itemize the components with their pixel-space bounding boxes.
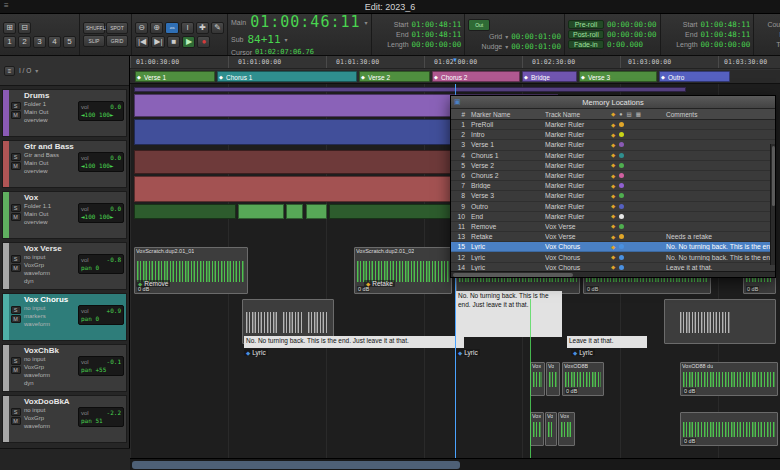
track-io-selector[interactable]: Folder 1 — [24, 100, 76, 108]
mode-slip-button[interactable]: SLIP — [83, 35, 105, 47]
pencil-tool-icon[interactable]: ✎ — [211, 22, 224, 34]
bass-region[interactable] — [134, 150, 454, 174]
solo-button[interactable]: S — [11, 357, 21, 365]
transport-start-value[interactable]: 01:00:48:11 — [701, 20, 751, 29]
track-fader-display[interactable]: vol-0.8 pan 0 — [78, 254, 124, 274]
memory-location-row[interactable]: 15 Lyric Vox Chorus ◆ No. No turning bac… — [451, 242, 775, 252]
memory-location-row[interactable]: 4 Chorus 1 Marker Ruler ◆ — [451, 151, 775, 161]
track-output-selector[interactable]: VoxGrp — [24, 414, 76, 422]
pan-value[interactable]: pan 0 — [81, 264, 99, 272]
pan-value[interactable]: ◄100 100► — [81, 162, 114, 170]
io-caret-icon[interactable]: ▾ — [35, 67, 38, 74]
zoom-preset-4[interactable]: 4 — [48, 36, 61, 48]
track-automation-selector[interactable]: dyn — [24, 379, 76, 387]
memory-locations-window[interactable]: ▣ Memory Locations # Marker Name Track N… — [450, 95, 776, 278]
track-automation-selector[interactable]: dyn — [24, 277, 76, 285]
sel-start-value[interactable]: 01:00:48:11 — [412, 20, 462, 29]
preroll-value[interactable]: 00:00:00:00 — [607, 20, 657, 29]
main-counter[interactable]: 01:00:46:11 — [250, 13, 360, 31]
track-view-selector[interactable]: overview — [24, 116, 76, 124]
drums-sub-region[interactable] — [134, 119, 454, 145]
solo-button[interactable]: S — [11, 255, 21, 263]
memory-locations-titlebar[interactable]: ▣ Memory Locations — [451, 96, 775, 109]
mute-button[interactable]: M — [11, 213, 21, 221]
track-io-selector[interactable]: no input — [24, 304, 76, 312]
solo-button[interactable]: S — [11, 102, 21, 110]
marker-segment-verse2[interactable]: Verse 2 — [359, 71, 430, 82]
audio-clip[interactable] — [664, 299, 776, 344]
track-fader-display[interactable]: vol0.0 ◄100 100► — [78, 203, 124, 223]
memory-location-row[interactable]: 7 Bridge Marker Ruler ◆ — [451, 181, 775, 191]
main-counter-caret-icon[interactable]: ▾ — [365, 19, 368, 26]
drums-overview-strip[interactable] — [134, 87, 686, 92]
marker-segment-chorus2[interactable]: Chorus 2 — [432, 71, 520, 82]
track-fader-display[interactable]: vol-2.2 pan 51 — [78, 407, 124, 427]
audio-clip[interactable]: Vo — [546, 362, 560, 396]
column-grid-icon[interactable]: ▦ — [636, 111, 641, 117]
zoom-out-icon[interactable]: ⊖ — [135, 22, 148, 34]
column-marker-icon[interactable]: ◆ — [611, 111, 615, 117]
marker-lyric[interactable]: ◆Lyric — [571, 349, 595, 356]
audio-clip[interactable]: 0 dB — [680, 412, 778, 446]
mode-shuffle-button[interactable]: SHUFFLE — [83, 22, 105, 34]
mute-button[interactable]: M — [11, 111, 21, 119]
vol-value[interactable]: -2.2 — [107, 409, 121, 417]
mode-grid-button[interactable]: GRID — [106, 35, 128, 47]
track-view-selector[interactable]: waveform — [24, 269, 76, 277]
track-output-selector[interactable]: Main Out — [24, 108, 76, 116]
grid-caret-icon[interactable]: ▾ — [505, 33, 508, 40]
track-output-selector[interactable]: VoxGrp — [24, 261, 76, 269]
column-number[interactable]: # — [451, 111, 467, 118]
track-view-selector[interactable]: overview — [24, 218, 76, 226]
vox-overview-region[interactable] — [286, 204, 303, 219]
memory-location-row[interactable]: 8 Verse 3 Marker Ruler ◆ — [451, 191, 775, 201]
track-name[interactable]: Drums — [24, 91, 76, 100]
vol-value[interactable]: 0.0 — [110, 205, 121, 213]
mute-button[interactable]: M — [11, 315, 21, 323]
track-output-selector[interactable]: Main Out — [24, 159, 76, 167]
smart-tool-trim-icon[interactable]: ⇔ — [165, 22, 179, 34]
vol-value[interactable]: -0.1 — [107, 358, 121, 366]
timeline-horizontal-scrollbar[interactable] — [130, 458, 780, 470]
solo-button[interactable]: S — [11, 408, 21, 416]
lyric-comment-box[interactable]: No. No turning back. This is the end. Ju… — [456, 291, 562, 337]
playhead-marker-icon[interactable]: ▼ — [452, 57, 458, 63]
track-fader-display[interactable]: vol-0.1 pan +55 — [78, 356, 124, 376]
fadein-button[interactable]: Fade-in — [568, 40, 604, 49]
memory-location-row[interactable]: 12 Lyric Vox Chorus ◆ No. No turning bac… — [451, 252, 775, 262]
track-header[interactable]: S M Vox Folder 1.1 Main Out overview vol… — [2, 191, 127, 239]
memloc-horizontal-scrollbar[interactable] — [451, 271, 775, 277]
stop-button[interactable]: ■ — [167, 36, 180, 48]
track-header[interactable]: S M Gtr and Bass Gtr and Bass Main Out o… — [2, 140, 127, 188]
memory-location-row[interactable]: 3 Verse 1 Marker Ruler ◆ — [451, 140, 775, 150]
marker-segment-verse1[interactable]: Verse 1 — [135, 71, 215, 82]
audio-clip[interactable]: Vo — [545, 412, 557, 446]
vol-value[interactable]: +0.9 — [107, 307, 121, 315]
lyric-comment-box[interactable]: No. No turning back. This is the end. Ju… — [244, 336, 464, 348]
vol-value[interactable]: 0.0 — [110, 154, 121, 162]
grabber-tool-icon[interactable]: ✚ — [196, 22, 209, 34]
clip-gain-label[interactable]: 0 dB — [683, 438, 696, 444]
solo-button[interactable]: S — [11, 306, 21, 314]
marker-segment-verse3[interactable]: Verse 3 — [579, 71, 657, 82]
vol-value[interactable]: 0.0 — [110, 103, 121, 111]
track-io-selector[interactable]: no input — [24, 253, 76, 261]
nudge-caret-icon[interactable]: ▾ — [505, 43, 508, 50]
track-io-selector[interactable]: no input — [24, 355, 76, 363]
memory-locations-header[interactable]: # Marker Name Track Name ◆ ● ▤ ▦ Comment… — [451, 109, 775, 120]
marker-segment-chorus1[interactable]: Chorus 1 — [217, 71, 357, 82]
column-dot-icon[interactable]: ● — [619, 111, 622, 117]
memory-location-row[interactable]: 14 Lyric Vox Chorus ◆ Leave it at that. — [451, 263, 775, 271]
track-header[interactable]: S M Vox Chorus no input markers waveform… — [2, 293, 127, 341]
marker-segment-outro[interactable]: Outro — [659, 71, 730, 82]
pan-value[interactable]: pan +55 — [81, 366, 106, 374]
grid-value[interactable]: 00:00:01:00 — [511, 32, 561, 41]
app-menu-icon[interactable]: ≡ — [4, 1, 11, 10]
track-name[interactable]: Vox Verse — [24, 244, 76, 253]
fast-forward-button[interactable]: ▶| — [151, 36, 165, 48]
track-view-selector[interactable]: overview — [24, 167, 76, 175]
sub-counter[interactable]: 84+11 — [247, 33, 280, 46]
zoom-in-icon[interactable]: ⊕ — [150, 22, 163, 34]
mute-button[interactable]: M — [11, 162, 21, 170]
track-fader-display[interactable]: vol0.0 ◄100 100► — [78, 152, 124, 172]
